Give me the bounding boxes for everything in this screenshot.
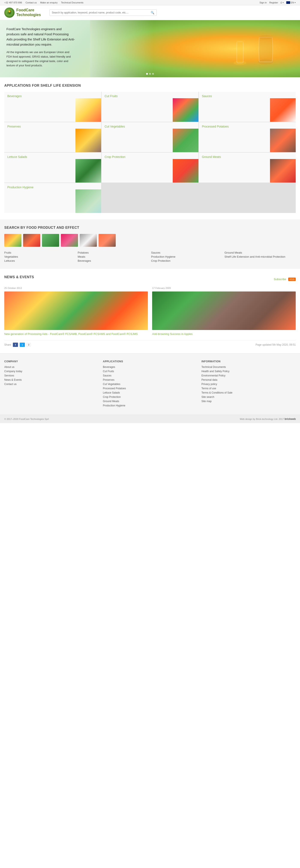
footer-info-link-personal-data[interactable]: Personal data	[201, 378, 296, 381]
enquiry-link[interactable]: Make an enquiry	[40, 1, 57, 4]
app-card-production-hygiene[interactable]: Production Hygiene	[4, 183, 101, 213]
app-card-label: Crop Protection	[102, 153, 198, 160]
food-link-sauces[interactable]: Sauces	[151, 251, 222, 254]
footer-info-link-health-and-safety-policy[interactable]: Health and Safety Policy	[201, 370, 296, 373]
food-link-production-hygiene[interactable]: Production Hygiene	[151, 255, 222, 258]
app-card-label: Preserves	[4, 122, 101, 129]
footer-app-link-production-hygiene[interactable]: Production Hygiene	[103, 404, 197, 407]
food-link-meats[interactable]: Meats	[78, 255, 149, 258]
footer-app-link-ground-meats[interactable]: Ground Meats	[103, 400, 197, 403]
share-facebook-button[interactable]: f	[13, 343, 18, 347]
app-card-image	[270, 159, 296, 183]
hero-dot-3[interactable]	[152, 73, 154, 75]
footer-company-link-company-today[interactable]: Company today	[4, 370, 99, 373]
footer-app-link-cut-vegetables[interactable]: Cut Vegetables	[103, 383, 197, 385]
food-link-ground-meats[interactable]: Ground Meats	[224, 251, 296, 254]
search-icon[interactable]: 🔍	[151, 11, 154, 14]
footer-info-link-environmental-policy[interactable]: Environmental Policy	[201, 374, 296, 377]
news-card-1: 17 February 2009 Anti-browning Success i…	[152, 287, 296, 336]
header: FoodCare Technologies 🔍	[0, 5, 300, 20]
search-bar[interactable]: 🔍	[50, 9, 157, 16]
footer-app-link-lettuce-salads[interactable]: Lettuce Salads	[103, 391, 197, 394]
footer-company-title: COMPANY	[4, 360, 99, 363]
news-section: NEWS & EVENTS Subscribe RSS 25 October 2…	[0, 269, 300, 353]
footer-app-link-preserves[interactable]: Preserves	[103, 378, 197, 381]
subscribe-link[interactable]: Subscribe	[274, 278, 286, 281]
hero-dot-2[interactable]	[149, 73, 151, 75]
food-icon-garlic[interactable]	[80, 234, 97, 247]
logo[interactable]: FoodCare Technologies	[4, 7, 41, 18]
food-link-vegetables[interactable]: Vegetables	[4, 255, 76, 258]
signin-link[interactable]: Sign in	[260, 1, 267, 4]
tech-docs-link[interactable]: Technical Documents	[61, 1, 84, 4]
app-card-ground-meats[interactable]: Ground Meats	[199, 153, 296, 183]
share-count: 0	[27, 343, 31, 346]
app-card-processed-potatoes[interactable]: Processed Potatoes	[199, 122, 296, 152]
footer-grid: COMPANY About usCompany todayServicesNew…	[4, 360, 296, 408]
footer-app-link-sauces[interactable]: Sauces	[103, 374, 197, 377]
footer-app-link-cut-fruits[interactable]: Cut Fruits	[103, 370, 197, 373]
footer-company-link-about-us[interactable]: About us	[4, 366, 99, 369]
food-icon-inner	[99, 234, 116, 247]
app-card-preserves[interactable]: Preserves	[4, 122, 101, 152]
news-title-link[interactable]: Anti-browning Success in Apples	[152, 332, 296, 336]
footer-applications-links: BeveragesCut FruitsSaucesPreservesCut Ve…	[103, 366, 197, 407]
footer-company-link-news-&-events[interactable]: News & Events	[4, 378, 99, 381]
currency-selector[interactable]: £ ▾	[281, 1, 284, 4]
app-card-cut-vegetables[interactable]: Cut Vegetables	[102, 122, 198, 152]
app-card-img-inner	[173, 98, 198, 122]
footer-app-link-crop-protection[interactable]: Crop Protection	[103, 396, 197, 399]
flag-icon	[286, 1, 290, 4]
rss-link[interactable]: RSS	[288, 278, 296, 281]
register-link[interactable]: Register	[269, 1, 278, 4]
search-input[interactable]	[52, 11, 151, 14]
app-card-beverages[interactable]: Beverages	[4, 92, 101, 122]
app-card-img-inner	[173, 129, 198, 152]
app-card-lettuce-salads[interactable]: Lettuce Salads	[4, 153, 101, 183]
footer-info-link-terms-&-conditions-of-sale[interactable]: Terms & Conditions of Sale	[201, 391, 296, 394]
footer-company-link-services[interactable]: Services	[4, 374, 99, 377]
food-link-lettuces[interactable]: Lettuces	[4, 259, 76, 262]
news-card-0: 25 October 2013 New generation of Proces…	[4, 287, 148, 336]
food-icon-lettuce[interactable]	[42, 234, 59, 247]
app-card-cut-fruits[interactable]: Cut Fruits	[102, 92, 198, 122]
food-icon-fruits[interactable]	[4, 234, 22, 247]
food-link-beverages[interactable]: Beverages	[78, 259, 149, 262]
app-card-label: Production Hygiene	[4, 183, 101, 190]
news-title-link[interactable]: New generation of Processing Aids - Food…	[4, 332, 148, 336]
food-link-crop-protection[interactable]: Crop Protection	[151, 259, 222, 262]
food-icon-shrimp[interactable]	[99, 234, 116, 247]
language-selector[interactable]: EN ▾	[286, 1, 296, 4]
footer-app-link-processed-potatoes[interactable]: Processed Potatoes	[103, 387, 197, 390]
app-card-img-inner	[76, 159, 101, 183]
hero-dot-1[interactable]	[146, 73, 148, 75]
web-design-text: Web design by Brick-technology Ltd. 2017	[240, 418, 284, 420]
top-bar: +32 497 870 896 Contact us Make an enqui…	[0, 0, 300, 5]
news-date: 17 February 2009	[152, 287, 296, 289]
food-link-fruits[interactable]: Fruits	[4, 251, 76, 254]
footer-company-col: COMPANY About usCompany todayServicesNew…	[4, 360, 99, 408]
footer-company-link-contact-us[interactable]: Contact us	[4, 383, 99, 385]
language-chevron: ▾	[295, 1, 296, 4]
food-link-shelf-life-extension-and-anti-microbial-protection[interactable]: Shelf Life Extension and Anti-microbial …	[224, 255, 296, 258]
food-icon-inner	[61, 234, 78, 247]
food-icon-inner	[42, 234, 59, 247]
footer-info-link-technical-documents[interactable]: Technical Documents	[201, 366, 296, 369]
footer-app-link-beverages[interactable]: Beverages	[103, 366, 197, 369]
footer-info-link-site-map[interactable]: Site map	[201, 400, 296, 403]
app-card-crop-protection[interactable]: Crop Protection	[102, 153, 198, 183]
share-bar: Share f t 0 Page updated 5th May 2020, 0…	[4, 340, 296, 347]
news-title: NEWS & EVENTS	[4, 275, 34, 279]
footer-info-link-site-search[interactable]: Site search	[201, 396, 296, 399]
share-twitter-button[interactable]: t	[20, 343, 25, 347]
footer-info-link-terms-of-use[interactable]: Terms of use	[201, 387, 296, 390]
footer-applications-title: APPLICATIONS	[103, 360, 197, 363]
food-icon-meats[interactable]	[23, 234, 40, 247]
footer-info-link-privacy-policy[interactable]: Privacy policy	[201, 383, 296, 385]
contact-link[interactable]: Contact us	[26, 1, 37, 4]
share-label: Share	[4, 343, 11, 346]
app-card-sauces[interactable]: Sauces	[199, 92, 296, 122]
food-icon-berries[interactable]	[61, 234, 78, 247]
news-image	[4, 291, 148, 330]
food-link-potatoes[interactable]: Potatoes	[78, 251, 149, 254]
